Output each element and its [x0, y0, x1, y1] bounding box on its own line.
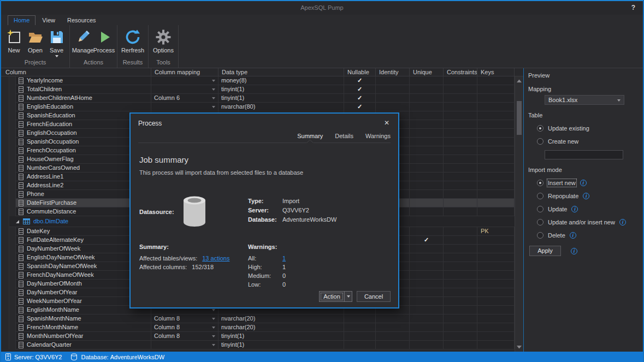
keys-cell[interactable]	[477, 199, 515, 207]
keys-cell[interactable]	[477, 253, 515, 262]
insert-new-option[interactable]: Insert new	[537, 180, 643, 186]
process-button[interactable]: Process	[93, 28, 115, 54]
constraints-cell[interactable]	[444, 288, 477, 297]
unique-cell[interactable]	[410, 129, 444, 138]
radio-icon[interactable]	[537, 180, 543, 186]
unique-cell[interactable]	[410, 297, 444, 306]
unique-cell[interactable]	[410, 199, 444, 207]
constraints-cell[interactable]	[444, 181, 477, 190]
keys-cell[interactable]	[477, 94, 515, 103]
dropdown-arrow-icon[interactable]	[212, 88, 215, 91]
column-row[interactable]: NumberChildrenAtHomeColumn 6tinyint(1)✓	[1, 94, 515, 103]
info-icon[interactable]	[619, 219, 626, 225]
mapping-select[interactable]: Book1.xlsx	[545, 95, 624, 105]
column-row[interactable]: SpanishMonthNameColumn 8nvarchar(20)	[1, 314, 515, 323]
constraints-cell[interactable]	[444, 253, 477, 262]
unique-cell[interactable]	[410, 111, 444, 120]
column-mapping-cell[interactable]	[151, 103, 218, 111]
constraints-cell[interactable]	[444, 190, 477, 199]
dropdown-arrow-icon[interactable]	[212, 97, 215, 99]
unique-cell[interactable]	[410, 280, 444, 288]
unique-cell[interactable]	[410, 245, 444, 253]
constraints-cell[interactable]	[444, 280, 477, 288]
affected-tables-link[interactable]: 13 actions	[202, 255, 229, 262]
keys-cell[interactable]	[477, 129, 515, 138]
unique-cell[interactable]	[410, 271, 444, 280]
constraints-cell[interactable]	[444, 94, 477, 103]
identity-cell[interactable]	[376, 332, 410, 341]
scrollbar-thumb[interactable]	[517, 101, 522, 135]
constraints-cell[interactable]	[444, 262, 477, 271]
dropdown-arrow-icon[interactable]	[212, 335, 215, 337]
constraints-cell[interactable]	[444, 111, 477, 120]
constraints-cell[interactable]	[444, 341, 477, 349]
keys-cell[interactable]	[477, 76, 515, 85]
radio-icon[interactable]	[537, 219, 543, 225]
column-name-cell[interactable]: FrenchMonthName	[15, 323, 151, 332]
apply-button[interactable]: Apply	[529, 246, 561, 256]
column-name-cell[interactable]: MonthNumberOfYear	[15, 332, 151, 341]
unique-cell[interactable]	[410, 332, 444, 341]
grid-header-column[interactable]: Column	[1, 68, 151, 76]
info-icon[interactable]	[571, 248, 577, 254]
manage-button[interactable]: Manage	[72, 28, 93, 54]
constraints-cell[interactable]	[444, 85, 477, 94]
open-button[interactable]: Open	[25, 28, 46, 57]
dropdown-arrow-icon[interactable]	[212, 80, 215, 82]
nullable-cell[interactable]: ✓	[344, 103, 376, 111]
keys-cell[interactable]	[477, 181, 515, 190]
constraints-cell[interactable]	[444, 314, 477, 323]
constraints-cell[interactable]	[444, 245, 477, 253]
unique-cell[interactable]: ✓	[410, 236, 444, 245]
unique-cell[interactable]	[410, 323, 444, 332]
constraints-cell[interactable]	[444, 164, 477, 173]
info-icon[interactable]	[583, 193, 589, 199]
column-name-cell[interactable]: EnglishEducation	[15, 103, 151, 111]
column-name-cell[interactable]: YearlyIncome	[15, 76, 151, 85]
keys-cell[interactable]	[477, 341, 515, 349]
dropdown-arrow-icon[interactable]	[212, 318, 215, 320]
identity-cell[interactable]	[376, 323, 410, 332]
nullable-cell[interactable]: ✓	[344, 85, 376, 94]
keys-cell[interactable]	[477, 146, 515, 155]
new-table-name-input[interactable]	[545, 150, 623, 159]
tab-summary[interactable]: Summary	[297, 133, 323, 139]
save-dropdown-arrow-icon[interactable]	[55, 55, 58, 57]
constraints-cell[interactable]	[444, 146, 477, 155]
constraints-cell[interactable]	[444, 173, 477, 181]
nullable-cell[interactable]: ✓	[344, 94, 376, 103]
options-button[interactable]: Options	[151, 28, 176, 54]
keys-cell[interactable]	[477, 297, 515, 306]
scroll-down-icon[interactable]	[517, 346, 522, 348]
update-insert-option[interactable]: Update and/or insert new	[537, 219, 643, 225]
constraints-cell[interactable]	[444, 76, 477, 85]
identity-cell[interactable]	[376, 314, 410, 323]
keys-cell[interactable]	[477, 111, 515, 120]
keys-cell[interactable]	[477, 280, 515, 288]
dropdown-arrow-icon[interactable]	[212, 106, 215, 108]
column-row[interactable]: TotalChildrentinyint(1)✓	[1, 85, 515, 94]
column-mapping-cell[interactable]	[151, 76, 218, 85]
grid-header-data-type[interactable]: Data type	[218, 68, 344, 76]
column-name-cell[interactable]: NumberChildrenAtHome	[15, 94, 151, 103]
data-type-cell[interactable]: tinyint(1)	[218, 332, 344, 341]
data-type-cell[interactable]: tinyint(1)	[218, 341, 344, 349]
action-dropdown-button[interactable]	[345, 291, 352, 302]
unique-cell[interactable]	[410, 164, 444, 173]
nullable-cell[interactable]	[344, 332, 376, 341]
ribbon-tab-view[interactable]: View	[37, 16, 61, 25]
nullable-cell[interactable]	[344, 314, 376, 323]
keys-cell[interactable]	[477, 155, 515, 164]
collapse-icon[interactable]	[16, 220, 19, 223]
identity-cell[interactable]	[376, 85, 410, 94]
keys-cell[interactable]	[477, 103, 515, 111]
info-icon[interactable]	[580, 180, 587, 186]
unique-cell[interactable]	[410, 314, 444, 323]
action-button[interactable]: Action	[319, 291, 345, 302]
unique-cell[interactable]	[410, 146, 444, 155]
keys-cell[interactable]	[477, 173, 515, 181]
constraints-cell[interactable]	[444, 323, 477, 332]
update-existing-option[interactable]: Update existing	[537, 125, 643, 132]
tab-details[interactable]: Details	[335, 133, 353, 139]
keys-cell[interactable]	[477, 245, 515, 253]
